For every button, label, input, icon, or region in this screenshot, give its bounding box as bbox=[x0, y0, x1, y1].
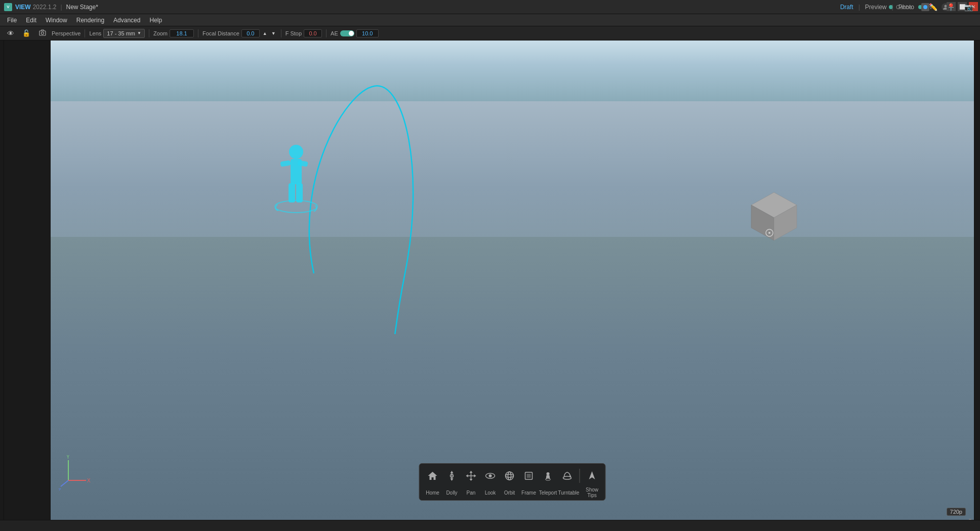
pan-tool-btn[interactable] bbox=[462, 467, 480, 485]
cursor-indicator bbox=[764, 228, 772, 236]
svg-text:Y: Y bbox=[66, 455, 70, 460]
render-modes: Draft | Preview | Photo bbox=[835, 0, 929, 14]
ae-field[interactable]: 10.0 bbox=[356, 29, 379, 37]
ae-toggle-track[interactable] bbox=[340, 30, 354, 36]
pen-tool-btn[interactable]: ✏️ bbox=[926, 2, 941, 12]
svg-rect-8 bbox=[296, 183, 303, 202]
svg-point-33 bbox=[506, 472, 514, 480]
svg-point-3 bbox=[289, 145, 303, 159]
zoom-label: Zoom bbox=[153, 30, 168, 36]
home-label: Home bbox=[424, 490, 442, 496]
lens-value: 17 - 35 mm bbox=[107, 30, 135, 36]
axis-indicator: Y X Z bbox=[58, 455, 94, 491]
blue-figure bbox=[268, 142, 329, 228]
viewport[interactable]: Y X Z bbox=[51, 40, 974, 531]
orbit-tool-btn[interactable] bbox=[501, 467, 519, 485]
title-bar: V VIEW 2022.1.2 | New Stage* Cache Live … bbox=[0, 0, 980, 14]
ae-label: AE bbox=[331, 30, 338, 36]
svg-point-32 bbox=[489, 474, 492, 477]
toolbar-separator bbox=[580, 469, 580, 483]
toolbar-sep-3 bbox=[198, 29, 198, 37]
svg-line-19 bbox=[61, 480, 68, 486]
menu-edit[interactable]: Edit bbox=[22, 16, 40, 25]
focal-field[interactable]: 0.0 bbox=[241, 29, 260, 37]
viewport-far-right: ✏️ 📍 📷 bbox=[926, 0, 976, 14]
location-btn[interactable]: 📍 bbox=[944, 2, 958, 12]
orbit-label: Orbit bbox=[501, 490, 519, 496]
fstop-label: F Stop bbox=[285, 30, 302, 36]
left-sidebar bbox=[0, 40, 51, 531]
app-version: 2022.1.2 bbox=[33, 4, 57, 11]
svg-point-38 bbox=[547, 472, 550, 475]
svg-point-2 bbox=[42, 32, 44, 34]
lens-label: Lens bbox=[89, 30, 101, 36]
svg-marker-28 bbox=[470, 479, 473, 481]
sky-bg bbox=[51, 40, 974, 101]
svg-point-14 bbox=[768, 232, 770, 234]
home-tool-btn[interactable] bbox=[424, 467, 442, 485]
svg-point-39 bbox=[546, 478, 551, 480]
title-separator: | bbox=[60, 4, 62, 11]
focal-up-btn[interactable]: ▲ bbox=[262, 31, 268, 36]
turntable-label: Turntable bbox=[558, 490, 577, 496]
toolbar-sep-1 bbox=[85, 29, 85, 37]
status-bar bbox=[0, 520, 980, 531]
toolbar-icons-row bbox=[424, 467, 601, 485]
render-photo-btn[interactable]: Photo bbox=[893, 3, 919, 12]
dolly-label: Dolly bbox=[443, 490, 461, 496]
toolbar-sep-4 bbox=[281, 29, 281, 37]
teleport-label: Teleport bbox=[539, 490, 557, 496]
menu-rendering[interactable]: Rendering bbox=[72, 16, 108, 25]
focal-label: Focal Distance bbox=[202, 30, 239, 36]
show-tips-btn[interactable] bbox=[583, 467, 601, 485]
menu-advanced[interactable]: Advanced bbox=[109, 16, 144, 25]
menu-window[interactable]: Window bbox=[42, 16, 71, 25]
toolbar-labels-row: Home Dolly Pan Look Orbit Frame Teleport… bbox=[424, 487, 601, 498]
ae-toggle[interactable] bbox=[340, 30, 354, 36]
svg-rect-7 bbox=[289, 183, 295, 202]
svg-marker-23 bbox=[451, 478, 454, 481]
svg-marker-27 bbox=[470, 471, 473, 473]
menu-bar: File Edit Window Rendering Advanced Help bbox=[0, 14, 980, 26]
pan-label: Pan bbox=[462, 490, 480, 496]
svg-rect-5 bbox=[280, 160, 291, 167]
viewport-toolbar: 👁 🔓 Perspective Lens 17 - 35 mm Zoom 18.… bbox=[0, 26, 980, 40]
lock-toggle[interactable]: 🔓 bbox=[19, 28, 33, 38]
zoom-field[interactable]: 18.1 bbox=[170, 29, 194, 37]
svg-text:X: X bbox=[87, 478, 91, 483]
svg-marker-29 bbox=[466, 474, 468, 477]
dolly-tool-btn[interactable] bbox=[443, 467, 461, 485]
focal-down-btn[interactable]: ▼ bbox=[270, 31, 277, 36]
svg-marker-22 bbox=[451, 471, 454, 473]
eye-toggle[interactable]: 👁 bbox=[4, 28, 17, 38]
svg-text:Z: Z bbox=[58, 487, 61, 491]
svg-marker-42 bbox=[589, 471, 595, 479]
menu-file[interactable]: File bbox=[3, 16, 21, 25]
menu-help[interactable]: Help bbox=[145, 16, 166, 25]
left-panel-edge bbox=[0, 40, 4, 531]
camera-icon-btn[interactable] bbox=[35, 28, 50, 38]
svg-rect-1 bbox=[39, 31, 46, 35]
fstop-field[interactable]: 0.0 bbox=[304, 29, 322, 37]
ae-toggle-thumb bbox=[349, 31, 354, 36]
render-preview-btn[interactable]: Preview bbox=[860, 3, 892, 12]
resolution-badge[interactable]: 720p bbox=[947, 508, 966, 516]
show-tips-label: Show Tips bbox=[583, 487, 601, 498]
svg-point-9 bbox=[275, 200, 317, 213]
render-draft-btn[interactable]: Draft bbox=[835, 3, 859, 12]
frame-tool-btn[interactable] bbox=[520, 467, 538, 485]
camera2-btn[interactable]: 📷 bbox=[961, 2, 976, 12]
teleport-tool-btn[interactable] bbox=[539, 467, 557, 485]
svg-point-35 bbox=[508, 472, 511, 480]
svg-marker-30 bbox=[474, 474, 476, 477]
svg-point-34 bbox=[506, 474, 514, 477]
toolbar-sep-2 bbox=[149, 29, 149, 37]
turntable-tool-btn[interactable] bbox=[558, 467, 577, 485]
camera-type-label: Perspective bbox=[52, 30, 80, 36]
main-layout: Y X Z bbox=[0, 40, 980, 531]
svg-marker-41 bbox=[569, 475, 571, 477]
toolbar-sep-5 bbox=[326, 29, 326, 37]
bottom-toolbar: Home Dolly Pan Look Orbit Frame Teleport… bbox=[419, 463, 606, 501]
look-tool-btn[interactable] bbox=[481, 467, 500, 485]
lens-dropdown[interactable]: 17 - 35 mm bbox=[103, 29, 145, 38]
